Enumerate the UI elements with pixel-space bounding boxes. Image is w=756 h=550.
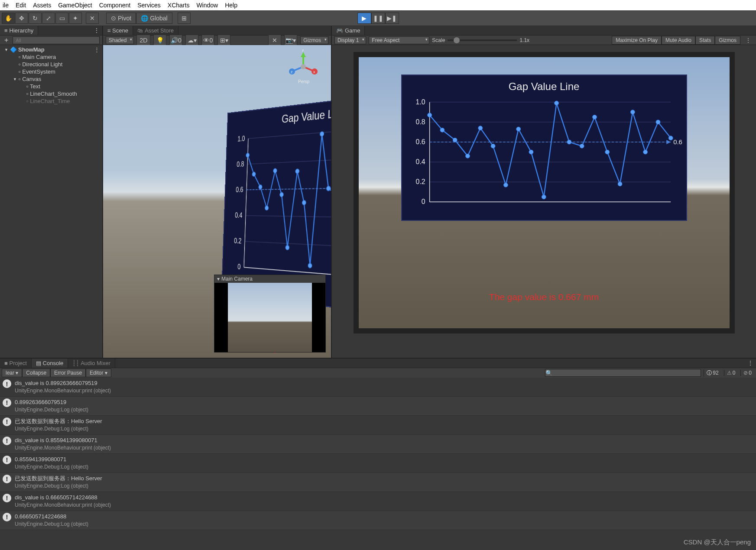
clear-button[interactable]: lear ▾ xyxy=(2,369,22,377)
warn-count[interactable]: ⚠0 xyxy=(724,370,738,376)
chart-title: Gap Value Line xyxy=(402,75,686,95)
pivot-toggle[interactable]: ⊙ Pivot xyxy=(106,13,136,24)
svg-text:x: x xyxy=(313,70,315,74)
toggle-maximize-on-play[interactable]: Maximize On Play xyxy=(612,36,662,45)
tab-console[interactable]: ▤ Console xyxy=(32,359,68,368)
toggle-stats[interactable]: Stats xyxy=(695,36,715,45)
step-button[interactable]: ▶❚ xyxy=(385,13,399,24)
menu-window[interactable]: Window xyxy=(196,2,218,9)
game-viewport[interactable]: Gap Value Line 00.20.40.60.81.00.6 The g… xyxy=(359,57,730,328)
asset-store-tab[interactable]: 🛍 Asset Store xyxy=(133,26,178,35)
display-dropdown[interactable]: Display 1 xyxy=(334,36,366,44)
hierarchy-tab[interactable]: ≡ Hierarchy xyxy=(0,26,38,35)
log-entry[interactable]: ! 已发送数据到服务器：Hello ServerUnityEngine.Debu… xyxy=(0,416,756,435)
aspect-dropdown[interactable]: Free Aspect xyxy=(369,36,429,44)
svg-text:0.2: 0.2 xyxy=(234,236,242,245)
error-pause-toggle[interactable]: Error Pause xyxy=(50,369,86,377)
tree-item[interactable]: ▫ EventSystem xyxy=(0,68,102,75)
gap-value-text: The gap value is 0.667 mm xyxy=(489,292,599,302)
tab-audio-mixer[interactable]: ┆┆ Audio Mixer xyxy=(68,359,115,368)
info-icon: ! xyxy=(3,494,11,502)
hand-tool[interactable]: ✋ xyxy=(2,13,15,24)
menu-gameobject[interactable]: GameObject xyxy=(58,2,92,9)
log-entry[interactable]: ! 0.855941399080071UnityEngine.Debug:Log… xyxy=(0,454,756,473)
toggle-gizmos[interactable]: Gizmos xyxy=(715,36,740,45)
hierarchy-search[interactable] xyxy=(13,36,100,44)
svg-marker-4 xyxy=(301,52,306,57)
info-count[interactable]: ⓘ92 xyxy=(704,369,721,377)
tree-item[interactable]: ▫ LineChart_Time xyxy=(0,97,102,105)
tab-project[interactable]: ■ Project xyxy=(0,359,32,368)
fx-toggle[interactable]: ☁▾ xyxy=(185,35,198,46)
svg-line-23 xyxy=(244,139,248,267)
console-search[interactable] xyxy=(545,369,701,377)
svg-text:1.0: 1.0 xyxy=(415,98,425,106)
svg-text:0.6: 0.6 xyxy=(236,185,243,194)
tree-item[interactable]: ▫ LineChart_Smooth xyxy=(0,90,102,97)
transform-tool[interactable]: ✦ xyxy=(69,13,82,24)
log-entry[interactable]: ! dis_value is 0.855941399080071UnityEng… xyxy=(0,435,756,454)
tree-item[interactable]: ▫ Text xyxy=(0,83,102,90)
audio-toggle[interactable]: 🔊0 xyxy=(169,35,182,46)
panel-menu-icon[interactable]: ⋮ xyxy=(745,359,756,368)
scale-tool[interactable]: ⤢ xyxy=(42,13,55,24)
custom-tool[interactable]: ✕ xyxy=(86,13,99,24)
orientation-gizmo[interactable]: x y z Persp xyxy=(286,49,321,84)
svg-point-74 xyxy=(542,195,546,199)
log-entry[interactable]: ! 0.666505714224688UnityEngine.Debug:Log… xyxy=(0,511,756,530)
menu-assets[interactable]: Assets xyxy=(33,2,51,9)
tree-item[interactable]: ▫ Main Camera xyxy=(0,53,102,61)
menu-edit[interactable]: Edit xyxy=(16,2,26,9)
svg-text:0.8: 0.8 xyxy=(237,160,244,168)
menu-xcharts[interactable]: XCharts xyxy=(168,2,190,9)
tree-item[interactable]: ▫ Directional Light xyxy=(0,61,102,68)
rotate-tool[interactable]: ↻ xyxy=(29,13,42,24)
rect-tool[interactable]: ▭ xyxy=(55,13,68,24)
panel-menu-icon[interactable]: ⋮ xyxy=(743,36,753,44)
shading-mode-dropdown[interactable]: Shaded xyxy=(106,36,134,44)
foldout-icon[interactable]: ▾ xyxy=(217,276,220,282)
log-entry[interactable]: ! dis_value is 0.666505714224688UnityEng… xyxy=(0,492,756,511)
svg-point-28 xyxy=(246,153,250,158)
game-tab[interactable]: 🎮 Game xyxy=(332,26,365,35)
2d-toggle[interactable]: 2D xyxy=(136,35,150,46)
pause-button[interactable]: ❚❚ xyxy=(371,13,385,24)
menu-help[interactable]: Help xyxy=(225,2,237,9)
tree-item[interactable]: ▼▫ Canvas xyxy=(0,75,102,83)
play-button[interactable]: ▶ xyxy=(357,13,371,24)
svg-line-15 xyxy=(246,216,331,218)
camera-icon[interactable]: 📷▾ xyxy=(284,35,297,46)
log-entry[interactable]: ! 0.899263666079519UnityEngine.Debug:Log… xyxy=(0,397,756,416)
svg-point-75 xyxy=(554,101,558,105)
scene-tab[interactable]: ⌗ Scene xyxy=(103,26,133,35)
log-entry[interactable]: ! dis_value is 0.899263666079519UnityEng… xyxy=(0,378,756,397)
lighting-toggle[interactable]: 💡 xyxy=(153,35,166,46)
menu-component[interactable]: Component xyxy=(99,2,130,9)
svg-point-70 xyxy=(491,144,495,148)
scene-panel: ⌗ Scene 🛍 Asset Store Shaded 2D 💡 🔊0 ☁▾ … xyxy=(103,26,332,358)
play-controls: ▶ ❚❚ ▶❚ xyxy=(357,13,399,24)
menu-ile[interactable]: ile xyxy=(3,2,9,9)
snap-toggle[interactable]: ⊞ xyxy=(178,13,191,24)
hidden-toggle[interactable]: 👁0 xyxy=(201,35,214,46)
menu-services[interactable]: Services xyxy=(137,2,161,9)
editor-dropdown[interactable]: Editor ▾ xyxy=(86,369,111,377)
svg-point-36 xyxy=(302,201,306,205)
collapse-toggle[interactable]: Collapse xyxy=(22,369,50,377)
scene-viewport[interactable]: x y z Persp Gap Value Line 00.20.40.60.8… xyxy=(103,45,331,358)
gizmos-dropdown[interactable]: Gizmos xyxy=(300,36,328,44)
svg-point-9 xyxy=(301,64,306,69)
move-tool[interactable]: ✥ xyxy=(15,13,28,24)
svg-point-33 xyxy=(280,192,284,197)
create-button[interactable]: + xyxy=(3,36,10,44)
log-entry[interactable]: ! 已发送数据到服务器：Hello ServerUnityEngine.Debu… xyxy=(0,473,756,492)
toggle-mute-audio[interactable]: Mute Audio xyxy=(662,36,695,45)
global-toggle[interactable]: 🌐 Global xyxy=(136,13,172,24)
scale-value: 1.1x xyxy=(519,37,529,43)
grid-dropdown[interactable]: ⊞▾ xyxy=(217,35,230,46)
scale-slider[interactable] xyxy=(448,39,517,41)
panel-menu-icon[interactable]: ⋮ xyxy=(91,26,102,35)
scene-root[interactable]: ▼🔷 ShowMap⋮ xyxy=(0,46,102,53)
tools-icon[interactable]: ✕ xyxy=(268,35,281,46)
error-count[interactable]: ⊘0 xyxy=(740,370,754,376)
